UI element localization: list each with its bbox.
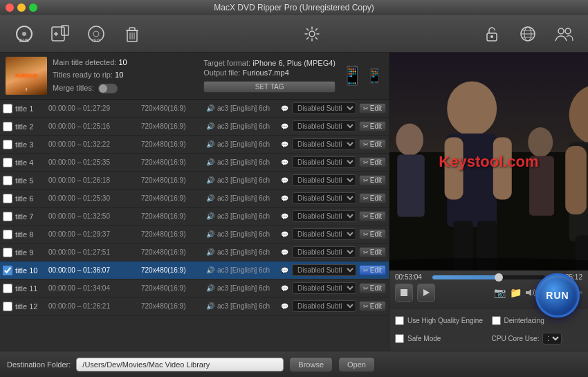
open-button[interactable]: Open <box>338 357 375 372</box>
unlock-button[interactable] <box>475 18 509 50</box>
svg-point-32 <box>447 81 497 136</box>
subtitle-select[interactable]: Disabled Subtitle English Subtitle No Su… <box>292 174 356 186</box>
edit-button[interactable]: ✂ Edit <box>359 265 386 275</box>
play-button[interactable] <box>417 284 435 302</box>
edit-button[interactable]: ✂ Edit <box>359 139 386 149</box>
row-subtitle[interactable]: Disabled Subtitle English Subtitle No Su… <box>292 120 356 132</box>
maximize-button[interactable] <box>29 3 37 12</box>
row-subtitle[interactable]: Disabled Subtitle English Subtitle No Su… <box>292 192 356 204</box>
run-label: RUN <box>546 290 569 301</box>
subtitle-icon: 💬 <box>281 141 289 148</box>
edit-button[interactable]: ✂ Edit <box>359 229 386 239</box>
row-subtitle[interactable]: Disabled Subtitle English Subtitle No Su… <box>292 300 356 312</box>
stop-button[interactable] <box>395 284 413 302</box>
globe-button[interactable] <box>511 18 545 50</box>
row-subtitle[interactable]: Disabled Subtitle English Subtitle No Su… <box>292 102 356 114</box>
row-subtitle[interactable]: Disabled Subtitle English Subtitle No Su… <box>292 264 356 276</box>
progress-bar[interactable] <box>432 275 545 279</box>
row-title: title 7 <box>15 212 46 221</box>
subtitle-select[interactable]: Disabled Subtitle English Subtitle No Su… <box>292 264 356 276</box>
dvd-load-button[interactable]: DVD <box>7 18 42 50</box>
subtitle-select[interactable]: Disabled Subtitle English Subtitle No Su… <box>292 300 356 312</box>
delete-button[interactable] <box>115 18 149 50</box>
row-checkbox[interactable] <box>3 194 12 203</box>
safe-mode-checkbox[interactable] <box>395 334 404 343</box>
left-panel: FURIOUS 7 Main title detected: 10 Titles… <box>0 53 389 351</box>
row-checkbox[interactable] <box>3 176 12 185</box>
run-button[interactable]: RUN <box>535 273 580 318</box>
subtitle-select[interactable]: Disabled Subtitle English Subtitle No Su… <box>292 138 356 150</box>
row-checkbox[interactable] <box>3 122 12 131</box>
row-time: 00:00:00 – 01:27:29 <box>48 104 138 112</box>
audio-icon: 🔊 <box>206 212 214 220</box>
edit-button[interactable]: ✂ Edit <box>359 157 386 167</box>
add-button[interactable] <box>43 18 77 50</box>
row-checkbox[interactable] <box>3 104 12 113</box>
users-button[interactable] <box>546 18 581 50</box>
row-title: title 10 <box>15 266 46 275</box>
row-subtitle[interactable]: Disabled Subtitle English Subtitle No Su… <box>292 156 356 168</box>
merge-toggle[interactable] <box>98 84 118 93</box>
svg-rect-12 <box>129 28 135 30</box>
edit-button[interactable]: ✂ Edit <box>359 283 386 293</box>
row-checkbox[interactable] <box>3 212 12 221</box>
row-checkbox[interactable] <box>3 302 12 311</box>
edit-button[interactable]: ✂ Edit <box>359 103 386 113</box>
edit-button[interactable]: ✂ Edit <box>359 247 386 257</box>
audio-icon: 🔊 <box>206 104 214 112</box>
subtitle-select[interactable]: Disabled Subtitle English Subtitle No Su… <box>292 120 356 132</box>
row-checkbox[interactable] <box>3 140 12 149</box>
gear-icon <box>302 24 322 44</box>
subtitle-select[interactable]: Disabled Subtitle English Subtitle No Su… <box>292 210 356 222</box>
subtitle-select[interactable]: Disabled Subtitle English Subtitle No Su… <box>292 228 356 240</box>
row-checkbox[interactable] <box>3 248 12 257</box>
edit-button[interactable]: ✂ Edit <box>359 121 386 131</box>
destination-path-input[interactable] <box>76 358 284 371</box>
edit-button[interactable]: ✂ Edit <box>359 175 386 185</box>
bottom-bar: Destination Folder: Browse Open <box>0 351 588 377</box>
subtitle-select[interactable]: Disabled Subtitle English Subtitle No Su… <box>292 102 356 114</box>
iso-button[interactable]: ISO <box>79 18 113 50</box>
row-subtitle[interactable]: Disabled Subtitle English Subtitle No Su… <box>292 282 356 294</box>
row-subtitle[interactable]: Disabled Subtitle English Subtitle No Su… <box>292 138 356 150</box>
main-area: FURIOUS 7 Main title detected: 10 Titles… <box>0 53 588 351</box>
close-button[interactable] <box>6 3 14 12</box>
edit-button[interactable]: ✂ Edit <box>359 193 386 203</box>
table-row: title 5 00:00:00 – 01:26:18 720x480(16:9… <box>0 172 389 190</box>
row-title: title 11 <box>15 284 46 293</box>
trash-icon <box>122 24 142 44</box>
audio-icon: 🔊 <box>206 122 214 130</box>
set-tag-button[interactable]: SET TAG <box>203 81 336 93</box>
row-subtitle[interactable]: Disabled Subtitle English Subtitle No Su… <box>292 174 356 186</box>
cpu-core-select[interactable]: 1 2 4 8 <box>542 333 562 344</box>
row-checkbox[interactable] <box>3 266 12 275</box>
row-checkbox[interactable] <box>3 158 12 167</box>
minimize-button[interactable] <box>17 3 26 12</box>
globe-icon <box>518 24 538 44</box>
high-quality-label: Use High Quality Engine <box>407 317 483 324</box>
row-checkbox[interactable] <box>3 230 12 239</box>
browse-button[interactable]: Browse <box>289 357 333 372</box>
row-checkbox[interactable] <box>3 284 12 293</box>
subtitle-select[interactable]: Disabled Subtitle English Subtitle No Su… <box>292 246 356 258</box>
settings-button[interactable] <box>295 18 329 50</box>
subtitle-select[interactable]: Disabled Subtitle English Subtitle No Su… <box>292 156 356 168</box>
table-row: title 12 00:00:00 – 01:26:21 720x480(16:… <box>0 297 389 315</box>
row-audio: ac3 [English] 6ch <box>217 302 278 310</box>
target-phone-icons: 📱 📱 <box>341 65 383 86</box>
subtitle-select[interactable]: Disabled Subtitle English Subtitle No Su… <box>292 192 356 204</box>
row-subtitle[interactable]: Disabled Subtitle English Subtitle No Su… <box>292 228 356 240</box>
subtitle-select[interactable]: Disabled Subtitle English Subtitle No Su… <box>292 282 356 294</box>
deinterlacing-checkbox[interactable] <box>492 316 501 325</box>
edit-button[interactable]: ✂ Edit <box>359 211 386 221</box>
edit-button[interactable]: ✂ Edit <box>359 301 386 311</box>
lock-icon <box>482 24 502 44</box>
safe-mode-row: Safe Mode <box>395 330 486 347</box>
title-table[interactable]: title 1 00:00:00 – 01:27:29 720x480(16:9… <box>0 100 389 351</box>
row-title: title 8 <box>15 230 46 239</box>
row-subtitle[interactable]: Disabled Subtitle English Subtitle No Su… <box>292 246 356 258</box>
row-resolution: 720x480(16:9) <box>141 122 203 130</box>
row-subtitle[interactable]: Disabled Subtitle English Subtitle No Su… <box>292 210 356 222</box>
progress-thumb[interactable] <box>495 273 503 282</box>
high-quality-checkbox[interactable] <box>395 316 404 325</box>
